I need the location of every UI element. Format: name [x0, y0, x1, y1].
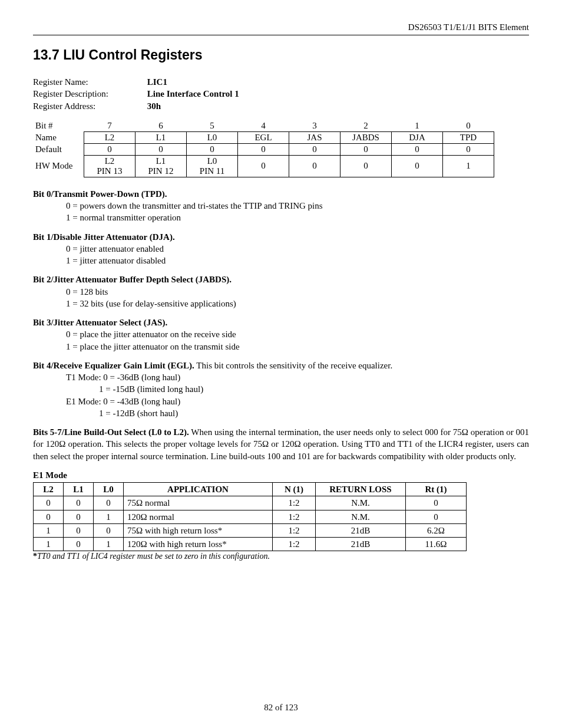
bit3-line0: 0 = place the jitter attenuator on the r… [66, 328, 529, 340]
e1-r1-rl: N.M. [316, 510, 406, 523]
bits-row-hwmode: HW Mode L2PIN 13 L1PIN 12 L0PIN 11 0 0 0… [33, 155, 494, 177]
bit0-line1: 1 = normal transmitter operation [66, 212, 529, 223]
bit-name-4: EGL [238, 131, 289, 143]
bit3-line1: 1 = place the jitter attenuator on the t… [66, 341, 529, 353]
e1-r0-rl: N.M. [316, 496, 406, 510]
bit4-tail: This bit controls the sensitivity of the… [194, 361, 392, 370]
e1-h-l0: L0 [94, 483, 124, 496]
e1-r0-l1: 0 [64, 496, 94, 510]
bit-name-2: JABDS [340, 131, 392, 143]
e1-r2-n: 1:2 [273, 523, 316, 537]
bit0-line0: 0 = powers down the transmitter and tri-… [66, 200, 529, 212]
footnote-text: TT0 and TT1 of LIC4 register must be set… [37, 552, 270, 561]
bits-label-default: Default [33, 143, 84, 155]
bit2-line0: 0 = 128 bits [66, 286, 529, 298]
footnote-star: * [33, 552, 37, 561]
bit-hw-4: 0 [238, 155, 289, 177]
reg-name-label: Register Name: [33, 76, 145, 88]
bit-col-7: 7 [84, 120, 135, 132]
bits-row-name: Name L2 L1 L0 EGL JAS JABDS DJA TPD [33, 131, 494, 143]
bit-def-5: 0 [187, 143, 238, 155]
e1-r1-l0: 1 [94, 510, 124, 523]
reg-name: LIC1 [147, 77, 167, 87]
page-number: 82 of 123 [0, 703, 562, 713]
e1-h-n: N (1) [273, 483, 316, 496]
bit4-t1-a: T1 Mode: 0 = -36dB (long haul) [66, 371, 529, 383]
reg-addr: 30h [147, 101, 161, 111]
bit4-t1-b: 1 = -15dB (limited long haul) [99, 383, 529, 395]
bit-def-3: 0 [289, 143, 340, 155]
bits-label-hw: HW Mode [33, 155, 84, 177]
bit-hw-3: 0 [289, 155, 340, 177]
bit-name-0: TPD [443, 131, 494, 143]
bit-col-0: 0 [443, 120, 494, 132]
bit-descriptions: Bit 0/Transmit Power-Down (TPD). 0 = pow… [33, 188, 529, 562]
e1-h-l1: L1 [64, 483, 94, 496]
e1-r3-l1: 0 [64, 538, 94, 551]
bit-col-3: 3 [289, 120, 340, 132]
e1-r2-app: 75Ω with high return loss* [124, 523, 273, 537]
bit-hw-6: L1PIN 12 [135, 155, 187, 177]
e1-r0-app: 75Ω normal [124, 496, 273, 510]
e1-r2-l0: 0 [94, 523, 124, 537]
bit-def-6: 0 [135, 143, 187, 155]
bits-row-default: Default 0 0 0 0 0 0 0 0 [33, 143, 494, 155]
bit-hw-7: L2PIN 13 [84, 155, 135, 177]
e1-r0-l0: 0 [94, 496, 124, 510]
e1-r1-l1: 0 [64, 510, 94, 523]
bit-col-6: 6 [135, 120, 187, 132]
e1-r3-rl: 21dB [316, 538, 406, 551]
bit-def-4: 0 [238, 143, 289, 155]
e1-row-1: 0 0 1 120Ω normal 1:2 N.M. 0 [34, 510, 467, 523]
bit-def-7: 0 [84, 143, 135, 155]
bit4-e1-a: E1 Mode: 0 = -43dB (long haul) [66, 396, 529, 407]
bit-hw-0: 1 [443, 155, 494, 177]
e1-row-0: 0 0 0 75Ω normal 1:2 N.M. 0 [34, 496, 467, 510]
e1-r2-rl: 21dB [316, 523, 406, 537]
bit-hw-1: 0 [392, 155, 443, 177]
e1-r3-l0: 1 [94, 538, 124, 551]
bit-name-7: L2 [84, 131, 135, 143]
e1-r3-app: 120Ω with high return loss* [124, 538, 273, 551]
e1-r0-l2: 0 [34, 496, 64, 510]
e1-r1-app: 120Ω normal [124, 510, 273, 523]
bit1-title: Bit 1/Disable Jitter Attenuator (DJA). [33, 232, 175, 242]
e1-h-rl: RETURN LOSS [316, 483, 406, 496]
register-info: Register Name: LIC1 Register Description… [33, 76, 529, 112]
bit2-line1: 1 = 32 bits (use for delay-sensitive app… [66, 298, 529, 309]
bit4-title: Bit 4/Receive Equalizer Gain Limit (EGL)… [33, 361, 194, 370]
bit-name-1: DJA [392, 131, 443, 143]
e1-h-l2: L2 [34, 483, 64, 496]
e1-r1-rt: 0 [406, 510, 467, 523]
e1-r2-l1: 0 [64, 523, 94, 537]
bit-name-3: JAS [289, 131, 340, 143]
e1-r3-rt: 11.6Ω [406, 538, 467, 551]
doc-header: DS26503 T1/E1/J1 BITS Element [33, 22, 529, 35]
bit-def-2: 0 [340, 143, 392, 155]
section-heading: 13.7 LIU Control Registers [33, 47, 529, 63]
e1-row-2: 1 0 0 75Ω with high return loss* 1:2 21d… [34, 523, 467, 537]
bit-name-6: L1 [135, 131, 187, 143]
bit-def-1: 0 [392, 143, 443, 155]
bit-col-2: 2 [340, 120, 392, 132]
e1-row-3: 1 0 1 120Ω with high return loss* 1:2 21… [34, 538, 467, 551]
e1-r1-l2: 0 [34, 510, 64, 523]
bit-col-5: 5 [187, 120, 238, 132]
e1-r0-n: 1:2 [273, 496, 316, 510]
bit4-e1-b: 1 = -12dB (short haul) [99, 407, 529, 419]
e1-mode-title: E1 Mode [33, 469, 529, 481]
bit0-title: Bit 0/Transmit Power-Down (TPD). [33, 189, 167, 199]
e1-r3-l2: 1 [34, 538, 64, 551]
bits-label-name: Name [33, 131, 84, 143]
bit-name-5: L0 [187, 131, 238, 143]
bit-hw-2: 0 [340, 155, 392, 177]
e1-h-rt: Rt (1) [406, 483, 467, 496]
e1-r2-rt: 6.2Ω [406, 523, 467, 537]
reg-addr-label: Register Address: [33, 100, 145, 112]
e1-mode-table: L2 L1 L0 APPLICATION N (1) RETURN LOSS R… [33, 482, 467, 551]
bit2-title: Bit 2/Jitter Attenuator Buffer Depth Sel… [33, 275, 232, 284]
e1-r2-l2: 1 [34, 523, 64, 537]
bits-row-bitnum: Bit # 7 6 5 4 3 2 1 0 [33, 120, 494, 132]
e1-h-app: APPLICATION [124, 483, 273, 496]
bit57-title: Bits 5-7/Line Build-Out Select (L0 to L2… [33, 427, 189, 437]
